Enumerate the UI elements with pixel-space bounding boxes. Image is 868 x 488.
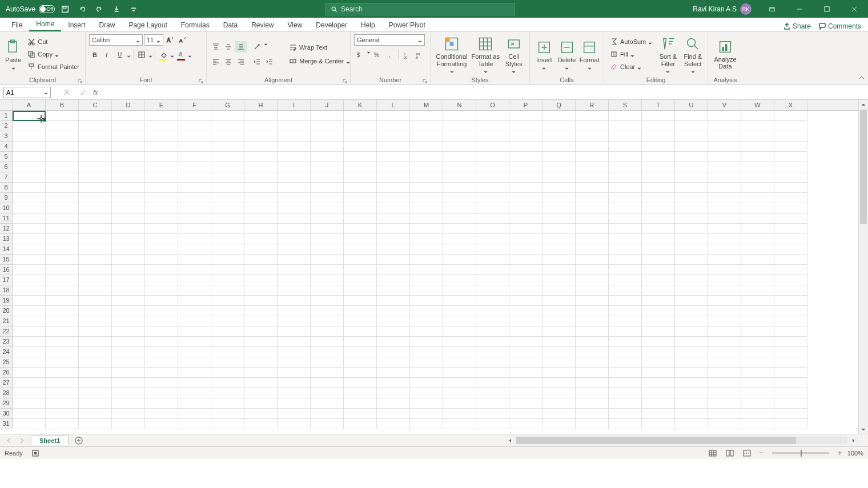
cell[interactable] (377, 131, 410, 142)
cell[interactable] (642, 203, 675, 213)
tab-review[interactable]: Review (244, 19, 280, 31)
cell[interactable] (443, 285, 476, 296)
cell[interactable] (642, 183, 675, 193)
cell[interactable] (708, 275, 741, 285)
cell[interactable] (278, 398, 311, 409)
cell[interactable] (708, 244, 741, 255)
cell[interactable] (774, 183, 807, 193)
cell[interactable] (79, 172, 112, 183)
format-painter-button[interactable]: Format Painter (25, 61, 82, 72)
cell[interactable] (13, 224, 46, 234)
cell[interactable] (377, 172, 410, 183)
cell[interactable] (708, 285, 741, 296)
cell[interactable] (377, 193, 410, 203)
cell[interactable] (476, 203, 509, 213)
cell[interactable] (145, 265, 178, 275)
cell[interactable] (79, 224, 112, 234)
column-header[interactable]: Q (542, 100, 576, 110)
column-header[interactable]: N (443, 100, 476, 110)
cell[interactable] (542, 306, 576, 316)
cell[interactable] (675, 409, 708, 419)
cell[interactable] (244, 357, 278, 368)
cell[interactable] (675, 398, 708, 409)
cell[interactable] (741, 172, 774, 183)
cell[interactable] (46, 388, 79, 398)
row-header[interactable]: 11 (0, 213, 12, 224)
cell[interactable] (178, 368, 211, 378)
cell[interactable] (410, 111, 443, 121)
cell[interactable] (244, 347, 278, 357)
zoom-in-button[interactable]: + (836, 449, 844, 457)
cell[interactable] (211, 388, 244, 398)
row-header[interactable]: 2 (0, 121, 12, 131)
cell[interactable] (311, 131, 344, 142)
cell[interactable] (675, 296, 708, 306)
cell[interactable] (278, 326, 311, 337)
cell[interactable] (675, 234, 708, 244)
search-box[interactable]: Search (326, 3, 515, 15)
cell[interactable] (642, 193, 675, 203)
cell[interactable] (79, 398, 112, 409)
cell[interactable] (443, 398, 476, 409)
cell[interactable] (443, 142, 476, 152)
cell[interactable] (377, 213, 410, 224)
cell[interactable] (377, 337, 410, 347)
cell[interactable] (576, 326, 609, 337)
cell[interactable] (410, 255, 443, 265)
cell[interactable] (410, 265, 443, 275)
cell[interactable] (410, 368, 443, 378)
cell[interactable] (476, 224, 509, 234)
cell[interactable] (344, 255, 377, 265)
cell[interactable] (509, 275, 542, 285)
cell[interactable] (145, 275, 178, 285)
cell[interactable] (576, 275, 609, 285)
normal-view-icon[interactable] (706, 448, 720, 458)
cell[interactable] (542, 419, 576, 429)
cell[interactable] (112, 255, 145, 265)
cell[interactable] (278, 183, 311, 193)
cell[interactable] (443, 378, 476, 388)
cell[interactable] (278, 131, 311, 142)
copy-button[interactable]: Copy (25, 49, 82, 60)
cell[interactable] (642, 398, 675, 409)
cell[interactable] (46, 224, 79, 234)
cell[interactable] (211, 213, 244, 224)
cell[interactable] (344, 326, 377, 337)
cell[interactable] (244, 306, 278, 316)
cell[interactable] (542, 121, 576, 131)
cell[interactable] (675, 111, 708, 121)
cell[interactable] (178, 388, 211, 398)
column-header[interactable]: O (476, 100, 509, 110)
cell[interactable] (708, 131, 741, 142)
cell[interactable] (46, 121, 79, 131)
cell[interactable] (708, 234, 741, 244)
cell[interactable] (244, 275, 278, 285)
cell[interactable] (576, 378, 609, 388)
insert-cells-button[interactable]: Insert (533, 35, 555, 73)
analyze-data-button[interactable]: Analyze Data (712, 35, 739, 73)
cell[interactable] (410, 388, 443, 398)
cell[interactable] (675, 337, 708, 347)
cell[interactable] (410, 162, 443, 172)
row-header[interactable]: 7 (0, 172, 12, 183)
cell[interactable] (344, 316, 377, 326)
cell[interactable] (46, 234, 79, 244)
cell[interactable] (708, 409, 741, 419)
cell[interactable] (708, 388, 741, 398)
cell[interactable] (542, 131, 576, 142)
cell[interactable] (244, 121, 278, 131)
cell[interactable] (344, 265, 377, 275)
cell[interactable] (741, 213, 774, 224)
format-as-table-button[interactable]: Format as Table (471, 35, 500, 73)
customize-qat-icon[interactable] (127, 2, 140, 16)
cell[interactable] (708, 368, 741, 378)
cell[interactable] (741, 255, 774, 265)
cell[interactable] (476, 347, 509, 357)
name-box[interactable]: A1 (3, 87, 51, 98)
cell[interactable] (509, 162, 542, 172)
cell[interactable] (542, 285, 576, 296)
cell[interactable] (576, 203, 609, 213)
cell[interactable] (211, 142, 244, 152)
row-header[interactable]: 25 (0, 357, 12, 368)
cell[interactable] (311, 142, 344, 152)
